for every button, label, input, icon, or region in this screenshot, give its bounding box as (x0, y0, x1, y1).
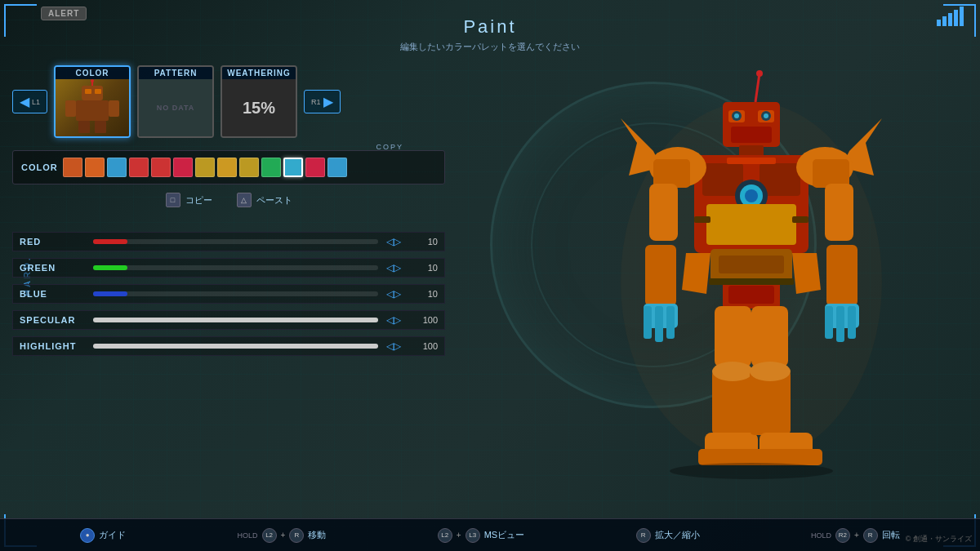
color-swatch-8[interactable] (239, 158, 259, 177)
slider-track-specular[interactable] (93, 318, 378, 322)
slider-row-specular: SPECULAR◁▷100 (12, 310, 445, 330)
svg-rect-6 (78, 121, 90, 133)
palette-next-button[interactable]: R1 ▶ (304, 90, 341, 113)
svg-point-29 (745, 189, 758, 202)
svg-rect-35 (649, 184, 678, 241)
svg-rect-44 (825, 306, 833, 339)
palette-card-pattern[interactable]: PATTERN NO DATA (137, 65, 214, 138)
slider-label-red: RED (20, 237, 85, 247)
slider-value-red: 10 (409, 237, 438, 247)
slider-track-green[interactable] (93, 265, 378, 270)
svg-rect-58 (751, 306, 788, 367)
rotate-label: 回転 (882, 529, 900, 541)
no-data-text: NO DATA (157, 104, 195, 112)
slider-arrows-blue[interactable]: ◁▷ (386, 288, 401, 300)
palette-card-color[interactable]: COLOR (54, 65, 131, 138)
r-btn-rotate: R (863, 528, 878, 543)
color-swatch-4[interactable] (151, 158, 171, 177)
palette-prev-button[interactable]: ◀ L1 (12, 90, 47, 113)
slider-row-highlight: HIGHLIGHT◁▷100 (12, 336, 445, 356)
copy-icon: □ (166, 193, 180, 207)
slider-fill-blue (93, 291, 127, 296)
slider-value-green: 10 (409, 263, 438, 273)
slider-track-blue[interactable] (93, 291, 378, 296)
slider-fill-highlight (93, 344, 378, 349)
signal-bar-2 (948, 13, 952, 26)
signal-bar-3 (954, 10, 958, 26)
pattern-card-label: PATTERN (139, 67, 212, 79)
svg-rect-39 (655, 306, 663, 342)
svg-rect-63 (727, 158, 776, 164)
color-swatch-10[interactable] (283, 158, 303, 177)
svg-rect-4 (65, 100, 76, 117)
svg-rect-22 (731, 127, 772, 143)
slider-fill-red (93, 239, 127, 244)
svg-rect-7 (95, 121, 106, 133)
ms-view-item: L2 + L3 MSビュー (438, 528, 524, 543)
alert-badge: ALERT (41, 7, 87, 20)
color-swatch-6[interactable] (195, 158, 215, 177)
ms-view-label: MSビュー (484, 529, 525, 541)
slider-arrows-red[interactable]: ◁▷ (386, 236, 401, 247)
paste-button[interactable]: △ ペースト (237, 193, 292, 207)
weathering-value: 15% (243, 99, 275, 118)
svg-rect-2 (95, 89, 101, 94)
svg-point-20 (734, 113, 739, 118)
slider-track-highlight[interactable] (93, 344, 378, 349)
copy-label: COPY (376, 143, 403, 151)
sliders-section: RED◁▷10GREEN◁▷10BLUE◁▷10SPECULAR◁▷100HIG… (12, 232, 445, 356)
svg-point-9 (91, 79, 94, 82)
slider-label-specular: SPECULAR (20, 315, 85, 325)
color-swatch-9[interactable] (261, 158, 281, 177)
r1-label: R1 (311, 98, 321, 106)
copy-label-text: コピー (185, 194, 212, 207)
color-card-label: COLOR (56, 67, 129, 79)
svg-rect-38 (644, 306, 652, 339)
svg-rect-66 (709, 278, 794, 285)
paste-icon: △ (237, 193, 252, 207)
svg-rect-34 (813, 159, 849, 188)
svg-rect-5 (109, 100, 119, 117)
paste-label-text: ペースト (256, 194, 292, 207)
slider-row-red: RED◁▷10 (12, 232, 445, 251)
svg-rect-46 (848, 306, 856, 339)
color-swatch-0[interactable] (63, 158, 82, 177)
zoom-label: 拡大／縮小 (655, 529, 700, 541)
color-mech-thumbnail (56, 79, 129, 136)
copy-button[interactable]: □ コピー (166, 193, 212, 207)
color-swatch-2[interactable] (107, 158, 127, 177)
svg-point-12 (756, 70, 763, 77)
slider-label-blue: BLUE (20, 289, 85, 299)
rotate-item: HOLD R2 + R 回転 (811, 528, 900, 543)
bottom-bar: ● ガイド HOLD L2 + R 移動 L2 + L3 MSビュー R 拡大／… (0, 518, 980, 551)
palette-card-weathering[interactable]: WEATHERING 15% (220, 65, 297, 138)
svg-point-67 (670, 463, 833, 479)
slider-track-red[interactable] (93, 239, 378, 244)
zoom-item: R 拡大／縮小 (636, 528, 700, 543)
svg-point-60 (750, 362, 791, 381)
svg-point-55 (712, 362, 753, 381)
svg-rect-41 (825, 184, 853, 241)
l1-label: L1 (32, 98, 40, 106)
title-area: Paint 編集したいカラーパレットを選んでください (400, 16, 580, 53)
color-row-label: COLOR (21, 162, 58, 172)
color-swatch-12[interactable] (327, 158, 347, 177)
color-row-container: COPY COLOR (12, 150, 445, 184)
svg-rect-3 (76, 100, 109, 121)
slider-arrows-highlight[interactable]: ◁▷ (386, 340, 401, 352)
svg-rect-40 (666, 306, 675, 339)
color-swatch-5[interactable] (173, 158, 193, 177)
l2-btn: L2 (262, 528, 277, 543)
slider-arrows-specular[interactable]: ◁▷ (386, 314, 401, 326)
signal-bar-4 (960, 7, 964, 26)
color-swatch-7[interactable] (217, 158, 237, 177)
svg-rect-36 (645, 245, 676, 306)
color-swatch-1[interactable] (85, 158, 105, 177)
color-swatch-11[interactable] (305, 158, 325, 177)
color-swatch-3[interactable] (129, 158, 149, 177)
left-panel: ◀ L1 COLOR (12, 65, 445, 362)
slider-value-blue: 10 (409, 289, 438, 299)
slider-arrows-green[interactable]: ◁▷ (386, 262, 401, 273)
slider-label-green: GREEN (20, 263, 85, 273)
guide-item: ● ガイド (80, 528, 126, 543)
